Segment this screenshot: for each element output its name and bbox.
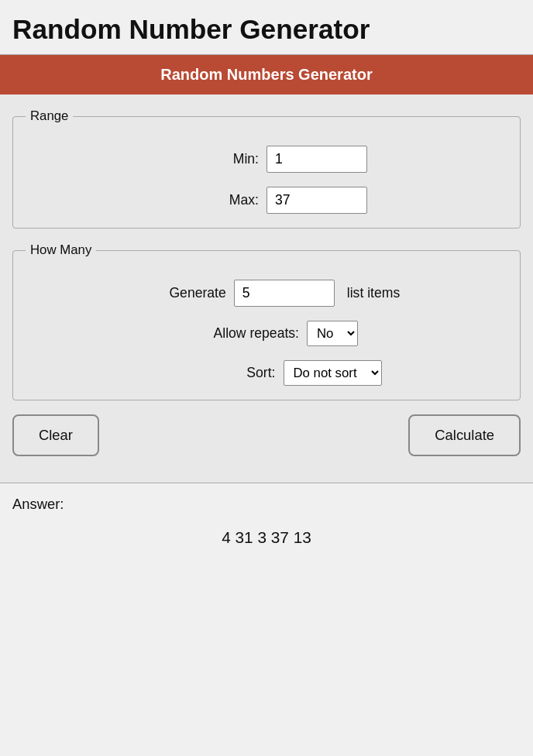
allow-repeats-label: Allow repeats: — [175, 325, 299, 342]
clear-button[interactable]: Clear — [12, 414, 99, 456]
range-fieldset: Range Min: Max: — [12, 108, 521, 229]
allow-repeats-select[interactable]: Yes No — [307, 321, 358, 346]
min-label: Min: — [166, 151, 259, 167]
list-items-label: list items — [347, 285, 400, 301]
answer-section: Answer: 4 31 3 37 13 — [0, 483, 533, 547]
how-many-fieldset: How Many Generate list items Allow repea… — [12, 242, 521, 400]
button-row: Clear Calculate — [12, 414, 521, 456]
sort-row: Sort: Do not sort Ascending Descending — [26, 360, 507, 386]
max-row: Max: — [26, 187, 507, 214]
calculate-button[interactable]: Calculate — [408, 414, 521, 456]
allow-repeats-row: Allow repeats: Yes No — [26, 321, 507, 346]
max-input[interactable] — [266, 187, 367, 214]
range-legend: Range — [26, 108, 73, 124]
min-row: Min: — [26, 146, 507, 173]
generate-input[interactable] — [234, 280, 335, 307]
min-input[interactable] — [266, 146, 367, 173]
how-many-legend: How Many — [26, 242, 96, 258]
header-label: Random Numbers Generator — [160, 66, 372, 83]
max-label: Max: — [166, 192, 259, 208]
page-title: Random Number Generator — [0, 0, 533, 54]
header-bar: Random Numbers Generator — [0, 55, 533, 94]
generate-row: Generate list items — [26, 280, 507, 307]
sort-select[interactable]: Do not sort Ascending Descending — [284, 360, 382, 386]
sort-label: Sort: — [152, 365, 276, 381]
answer-values: 4 31 3 37 13 — [12, 519, 521, 547]
generate-label: Generate — [133, 285, 226, 301]
answer-label: Answer: — [12, 496, 521, 513]
